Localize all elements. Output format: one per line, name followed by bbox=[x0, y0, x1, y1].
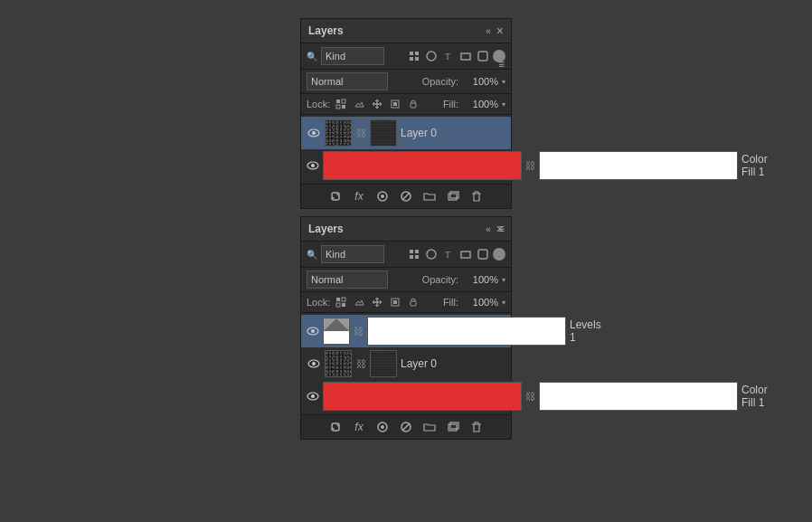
visibility-levels1[interactable] bbox=[307, 324, 319, 338]
shape-filter-icon-1[interactable] bbox=[458, 49, 473, 63]
fill-arrow-1[interactable]: ▾ bbox=[502, 100, 505, 109]
filter-dropdown-2[interactable]: Kind bbox=[321, 245, 384, 263]
lock-icons-2 bbox=[334, 295, 420, 309]
svg-rect-23 bbox=[448, 194, 457, 200]
lock-icons-1 bbox=[334, 97, 420, 111]
layer-item-layer0-p2[interactable]: ⛓ Layer 0 bbox=[301, 347, 511, 380]
bottom-toolbar-2: fx bbox=[301, 414, 511, 439]
lock-transparent-2[interactable] bbox=[334, 295, 348, 309]
fx-btn-2[interactable]: fx bbox=[351, 419, 367, 435]
circle-filter-icon-1[interactable] bbox=[424, 49, 439, 63]
filter-dropdown-1[interactable]: Kind bbox=[321, 47, 384, 65]
svg-point-29 bbox=[427, 250, 436, 259]
layer-item-layer0-p1[interactable]: ⛓ Layer 0 bbox=[301, 117, 511, 149]
svg-rect-26 bbox=[415, 250, 419, 253]
lock-label-2: Lock: bbox=[307, 297, 330, 308]
svg-rect-25 bbox=[410, 250, 413, 253]
link-btn-1[interactable] bbox=[327, 188, 344, 204]
delete-btn-2[interactable] bbox=[468, 419, 485, 435]
mask-colorfill1-p1 bbox=[539, 151, 738, 180]
svg-rect-1 bbox=[415, 52, 419, 55]
menu-icon-2[interactable]: ≡ bbox=[498, 223, 505, 235]
blend-row-1: Normal Opacity: 100% ▾ bbox=[301, 70, 511, 94]
menu-icon-1[interactable]: ≡ bbox=[498, 58, 505, 71]
svg-text:T: T bbox=[445, 250, 450, 260]
lock-image-2[interactable] bbox=[352, 295, 366, 309]
svg-rect-50 bbox=[448, 424, 457, 431]
link-btn-2[interactable] bbox=[327, 419, 344, 435]
layer-name-layer0-p2: Layer 0 bbox=[401, 357, 505, 370]
layer-name-levels1: Levels 1 bbox=[570, 318, 601, 344]
svg-rect-35 bbox=[336, 303, 340, 307]
opacity-arrow-2[interactable]: ▾ bbox=[502, 276, 505, 284]
svg-rect-7 bbox=[478, 52, 487, 61]
svg-rect-28 bbox=[415, 255, 419, 259]
new-layer-btn-2[interactable] bbox=[445, 419, 461, 435]
bottom-toolbar-1: fx bbox=[301, 184, 511, 208]
smart-filter-icon-2[interactable] bbox=[476, 247, 490, 261]
lock-move-1[interactable] bbox=[370, 97, 384, 111]
lock-all-1[interactable] bbox=[406, 97, 420, 111]
lock-row-2: Lock: Fill: 100% ▾ bbox=[301, 292, 511, 313]
lock-image-1[interactable] bbox=[352, 97, 366, 111]
svg-rect-10 bbox=[336, 105, 340, 109]
filter-toggle-2[interactable] bbox=[493, 248, 505, 261]
add-mask-btn-1[interactable] bbox=[374, 188, 391, 204]
opacity-arrow-1[interactable]: ▾ bbox=[502, 78, 505, 86]
filter-bar-2: 🔍 Kind T bbox=[301, 242, 511, 268]
pixel-filter-icon-1[interactable] bbox=[407, 49, 421, 63]
search-icon-2: 🔍 bbox=[307, 250, 317, 260]
lock-artboard-2[interactable] bbox=[388, 295, 402, 309]
smart-filter-icon-1[interactable] bbox=[476, 49, 490, 63]
svg-rect-13 bbox=[393, 102, 397, 106]
svg-rect-31 bbox=[461, 252, 470, 258]
thumb-levels1 bbox=[323, 318, 350, 345]
panel-header-1: Layers « × ≡ bbox=[301, 19, 511, 43]
layer-item-levels1[interactable]: ⛓ Levels 1 bbox=[301, 315, 511, 347]
no-btn-2[interactable] bbox=[398, 419, 414, 435]
add-mask-btn-2[interactable] bbox=[374, 419, 391, 435]
lock-transparent-1[interactable] bbox=[334, 97, 348, 111]
text-filter-icon-2[interactable]: T bbox=[441, 247, 456, 261]
lock-artboard-1[interactable] bbox=[388, 97, 402, 111]
panel-title-2: Layers bbox=[308, 223, 344, 235]
lock-row-1: Lock: Fill: 100% ▾ bbox=[301, 94, 511, 115]
svg-rect-38 bbox=[393, 300, 397, 304]
lock-all-2[interactable] bbox=[406, 295, 420, 309]
fill-value-1: 100% bbox=[462, 99, 498, 109]
layer-name-layer0-p1: Layer 0 bbox=[401, 127, 505, 139]
chain-layer0-p1: ⛓ bbox=[355, 128, 366, 138]
new-layer-btn-1[interactable] bbox=[445, 188, 461, 204]
folder-btn-2[interactable] bbox=[421, 419, 438, 435]
layer-item-colorfill1-p2[interactable]: ⛓ Color Fill 1 bbox=[301, 380, 511, 413]
svg-rect-36 bbox=[342, 303, 345, 307]
blend-mode-dropdown-1[interactable]: Normal bbox=[307, 72, 388, 90]
close-icon-1[interactable]: × bbox=[496, 24, 504, 38]
fill-arrow-2[interactable]: ▾ bbox=[502, 299, 505, 307]
visibility-colorfill1-p1[interactable] bbox=[307, 158, 319, 173]
visibility-layer0-p2[interactable] bbox=[307, 356, 321, 371]
pixel-filter-icon-2[interactable] bbox=[407, 247, 421, 261]
svg-point-20 bbox=[381, 195, 384, 198]
lock-move-2[interactable] bbox=[370, 295, 384, 309]
svg-point-45 bbox=[311, 394, 315, 398]
collapse-icon-1[interactable]: « bbox=[486, 26, 491, 36]
collapse-icon-2[interactable]: « bbox=[486, 224, 491, 234]
layer-item-colorfill1-p1[interactable]: ⛓ Color Fill 1 bbox=[301, 149, 511, 182]
svg-point-18 bbox=[311, 164, 315, 167]
svg-line-22 bbox=[402, 193, 410, 200]
layers-panel-1: Layers « × ≡ 🔍 Kind T bbox=[300, 18, 512, 209]
visibility-colorfill1-p2[interactable] bbox=[307, 389, 319, 403]
thumb-layer0-p1 bbox=[325, 119, 352, 147]
no-btn-1[interactable] bbox=[398, 188, 414, 204]
shape-filter-icon-2[interactable] bbox=[458, 247, 473, 261]
fx-btn-1[interactable]: fx bbox=[351, 188, 367, 204]
svg-rect-0 bbox=[410, 52, 413, 55]
delete-btn-1[interactable] bbox=[468, 188, 485, 204]
circle-filter-icon-2[interactable] bbox=[424, 247, 439, 261]
visibility-layer0-p1[interactable] bbox=[307, 126, 321, 140]
panels-container: Layers « × ≡ 🔍 Kind T bbox=[300, 18, 512, 440]
blend-mode-dropdown-2[interactable]: Normal bbox=[307, 270, 388, 289]
folder-btn-1[interactable] bbox=[421, 188, 438, 204]
text-filter-icon-1[interactable]: T bbox=[441, 49, 456, 63]
